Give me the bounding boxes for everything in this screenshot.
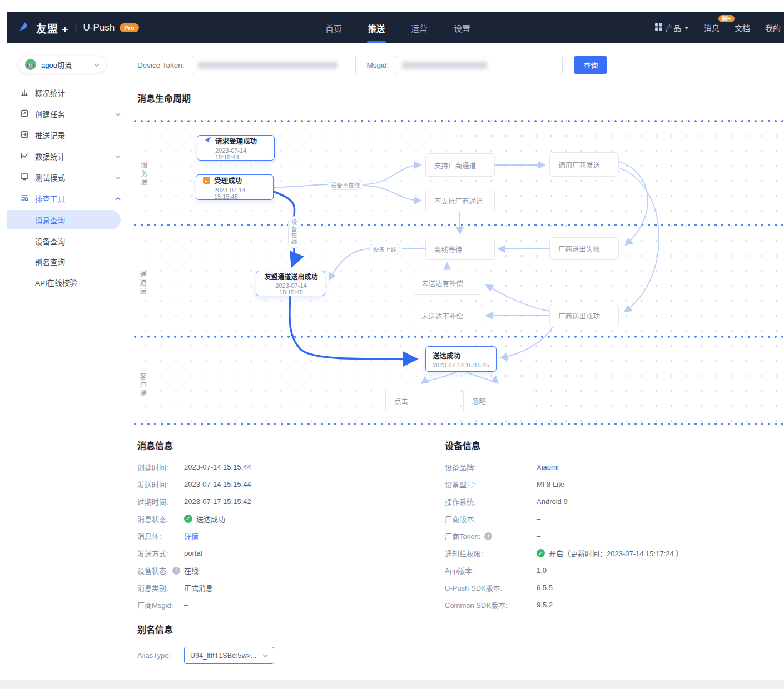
nav-item-home[interactable]: 首页 <box>325 12 342 43</box>
monitor-icon <box>20 172 29 183</box>
products-menu[interactable]: 产品 <box>655 22 689 33</box>
push-record-icon <box>20 130 29 141</box>
info-row-send-method: 发送方式:portal <box>137 545 445 562</box>
node-request-accepted: 请求受理成功 2023-07-14 15:15:44 <box>197 135 275 161</box>
sidebar-subitem-device-query[interactable]: 设备查询 <box>7 231 132 251</box>
info-row-vendor-token: 厂商Token:i – <box>445 527 784 545</box>
info-row-os: 操作系统:Android 9 <box>445 493 784 510</box>
pill-device-up: 设备上线 <box>369 244 400 254</box>
main-nav: 首页 推送 运营 设置 <box>325 12 470 43</box>
nav-right: 产品 消息 99+ 文档 我的 <box>655 12 784 43</box>
msgid-label: Msgid: <box>367 61 389 69</box>
chevron-down-icon <box>115 153 121 159</box>
paper-plane-icon <box>204 136 211 145</box>
caret-down-icon <box>684 27 689 29</box>
lifecycle-title: 消息生命周期 <box>137 91 784 104</box>
device-info-section: 设备信息 设备品牌:Xiaomi 设备型号:MI 8 Lite 操作系统:And… <box>445 438 784 687</box>
chevron-down-icon <box>262 652 268 658</box>
grid-icon <box>655 23 662 32</box>
node-umeng-sent: 友盟通道送出成功 2023-07-14 15:15:45 <box>256 271 325 296</box>
brand-name: 友盟 + <box>36 21 68 36</box>
node-undelivered-nocomp: 未送达不补偿 <box>413 304 482 327</box>
messages-menu[interactable]: 消息 99+ <box>704 22 720 33</box>
sidebar-subitem-api-check[interactable]: API在线校验 <box>7 272 132 292</box>
troubleshoot-icon <box>20 193 29 204</box>
node-support-vendor: 支持厂商通道 <box>425 153 495 177</box>
pill-device-online: 设备在线 <box>288 216 300 248</box>
bar-chart-icon <box>20 88 29 98</box>
sidebar-subitem-alias-query[interactable]: 别名查询 <box>7 251 132 272</box>
info-sections: 消息信息 创建时间:2023-07-14 15:15:44 发送时间:2023-… <box>137 438 784 687</box>
chevron-down-icon <box>94 62 100 68</box>
sidebar: 🤖 agoo切流 概况统计 创建任务 推送记录 数据统计 <box>7 43 132 689</box>
alias-info-section: 别名信息 AliasType: U94_ItIfT1SBe:5w>... Ali… <box>137 622 445 687</box>
msgid-input[interactable] <box>396 56 563 74</box>
info-row-message-body: 消息体: 详情 <box>137 527 445 545</box>
sidebar-item-overview[interactable]: 概况统计 <box>7 82 132 103</box>
message-info-title: 消息信息 <box>137 438 445 452</box>
info-row-device-status: 设备状态:i 在线 <box>137 562 445 579</box>
device-token-input[interactable] <box>192 56 356 74</box>
sidebar-item-troubleshoot[interactable]: 排查工具 <box>7 188 132 209</box>
lifecycle-diagram: 服务层 通道层 客户端 <box>132 117 784 428</box>
info-row-app-version: App版本:1.0 <box>445 562 784 579</box>
sidebar-item-data-stats[interactable]: 数据统计 <box>7 146 132 167</box>
info-row-device-brand: 设备品牌:Xiaomi <box>445 458 784 476</box>
info-row-vendor-msgid: 厂商Msgid:– <box>137 596 445 613</box>
nav-item-push[interactable]: 推送 <box>368 12 385 43</box>
info-icon[interactable]: i <box>172 567 180 575</box>
docs-menu[interactable]: 文档 <box>735 22 750 33</box>
alias-type-row: AliasType: U94_ItIfT1SBe:5w>... <box>137 647 445 664</box>
node-no-support-vendor: 不支持厂商通道 <box>425 189 495 212</box>
device-token-label: Device Token: <box>137 61 185 69</box>
node-offline-wait: 离线等待 <box>425 238 495 260</box>
sidebar-item-push-records[interactable]: 推送记录 <box>7 124 132 146</box>
info-row-message-status: 消息状态: ✓送达成功 <box>137 510 445 527</box>
chevron-up-icon <box>115 196 121 202</box>
check-circle-icon: ✓ <box>184 515 192 523</box>
nav-item-settings[interactable]: 设置 <box>454 12 470 43</box>
main-content: Device Token: Msgid: 查询 消息生命周期 服务层 通道层 客… <box>132 43 784 689</box>
info-row-device-model: 设备型号:MI 8 Lite <box>445 476 784 493</box>
node-vendor-fail: 厂商送出失败 <box>549 237 619 260</box>
document-icon <box>203 177 210 184</box>
nav-item-operation[interactable]: 运营 <box>411 12 428 43</box>
query-button[interactable]: 查询 <box>574 56 607 74</box>
messages-count-badge: 99+ <box>718 15 735 22</box>
top-navbar: 友盟 + | U-Push Pro 首页 推送 运营 设置 产品 消息 <box>7 12 784 43</box>
sidebar-item-test-mode[interactable]: 测试模式 <box>7 167 132 188</box>
info-row-message-type: 消息类别:正式消息 <box>137 579 445 596</box>
alias-type-select[interactable]: U94_ItIfT1SBe:5w>... <box>184 647 274 664</box>
chevron-down-icon <box>115 174 121 181</box>
logo-divider: | <box>75 23 77 33</box>
node-click: 点击 <box>385 388 456 413</box>
logo[interactable]: 友盟 + | U-Push Pro <box>7 19 139 36</box>
android-app-icon: 🤖 <box>25 59 36 70</box>
info-row-expire-time: 过期时间:2023-07-17 15:15:42 <box>137 493 445 510</box>
sidebar-item-create-task[interactable]: 创建任务 <box>7 103 132 124</box>
pill-device-offline: 设备不在线 <box>328 179 363 190</box>
query-toolbar: Device Token: Msgid: 查询 <box>137 56 784 74</box>
my-account-menu[interactable]: 我的 <box>765 22 781 33</box>
device-info-title: 设备信息 <box>445 438 784 452</box>
info-row-send-time: 发送时间:2023-07-14 15:15:44 <box>137 476 445 493</box>
message-info-section: 消息信息 创建时间:2023-07-14 15:15:44 发送时间:2023-… <box>137 438 445 687</box>
app-selector[interactable]: 🤖 agoo切流 <box>18 56 107 73</box>
chevron-down-icon <box>115 111 121 117</box>
check-circle-icon: ✓ <box>537 549 545 557</box>
node-undelivered-comp: 未送达有补偿 <box>413 271 482 295</box>
node-accepted: 受理成功 2023-07-14 15:15:45 <box>196 174 274 200</box>
info-row-common-sdk: Common SDK版本:9.5.2 <box>445 596 784 613</box>
info-icon[interactable]: i <box>484 532 492 540</box>
create-task-icon <box>20 109 29 119</box>
info-row-vendor-version: 厂商版本:– <box>445 510 784 527</box>
app-selector-label: agoo切流 <box>41 59 89 70</box>
sidebar-menu: 概况统计 创建任务 推送记录 数据统计 测试模式 <box>7 82 132 292</box>
node-vendor-sent: 厂商送出成功 <box>549 304 619 327</box>
sidebar-subitem-message-query[interactable]: 消息查询 <box>7 210 121 229</box>
blurred-device-token-value <box>198 62 338 69</box>
message-body-detail-link[interactable]: 详情 <box>184 531 199 541</box>
line-chart-icon <box>20 151 29 162</box>
node-ignore: 忽略 <box>463 388 534 413</box>
alias-info-title: 别名信息 <box>137 622 445 636</box>
